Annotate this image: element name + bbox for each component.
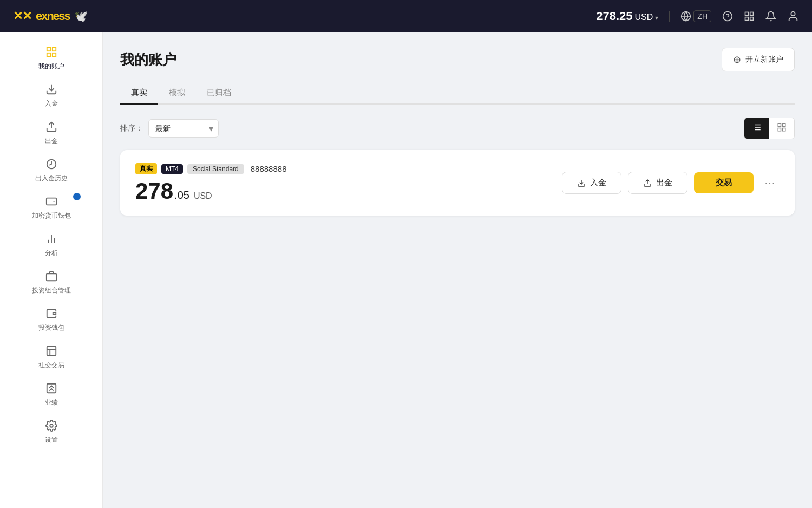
withdraw-icon (44, 119, 59, 134)
sidebar-label-history: 出入金历史 (35, 174, 68, 183)
svg-rect-15 (46, 198, 56, 205)
sort-section: 排序： 最新 最旧 余额从高到低 余额从低到高 ▾ (120, 119, 219, 138)
badge-real: 真实 (135, 163, 157, 174)
sidebar-item-withdraw[interactable]: 出金 (0, 114, 102, 151)
plus-circle-icon: ⊕ (733, 54, 741, 66)
user-icon-btn[interactable] (787, 10, 799, 22)
analysis-icon (44, 231, 59, 246)
withdraw-button[interactable]: 出金 (628, 172, 687, 194)
top-navbar: ✕✕ exness 🕊️ 278.25 USD ▾ ZH (0, 0, 812, 32)
svg-rect-33 (783, 128, 785, 131)
sidebar: 我的账户 入金 出金 出入金历史 · 加密货币钱包 分析 (0, 32, 103, 508)
svg-rect-9 (52, 48, 55, 51)
deposit-icon (44, 82, 59, 97)
bell-icon-btn[interactable] (765, 11, 776, 22)
more-icon: ⋯ (764, 177, 775, 189)
crypto-badge: · (73, 193, 81, 200)
deposit-button[interactable]: 入金 (562, 172, 621, 194)
divider (669, 11, 670, 22)
svg-rect-8 (47, 48, 50, 51)
svg-rect-32 (778, 128, 781, 131)
sidebar-label-deposit: 入金 (45, 99, 58, 108)
new-account-button[interactable]: ⊕ 开立新账户 (722, 48, 795, 71)
sidebar-item-invest-wallet[interactable]: 投资钱包 (0, 301, 102, 338)
sidebar-item-portfolio[interactable]: 投资组合管理 (0, 263, 102, 301)
main-content: 我的账户 ⊕ 开立新账户 真实 模拟 已归档 排序： 最新 最旧 余额从高到低 … (103, 32, 812, 508)
sidebar-label-settings: 设置 (45, 435, 58, 445)
svg-rect-19 (46, 273, 56, 281)
history-icon (44, 157, 59, 172)
view-toggle (744, 118, 795, 139)
grid-view-button[interactable] (769, 118, 794, 139)
sidebar-label-withdraw: 出金 (45, 136, 58, 146)
invest-wallet-icon (44, 306, 59, 321)
sidebar-label-portfolio: 投资组合管理 (32, 286, 71, 295)
help-icon-btn[interactable] (722, 11, 733, 22)
account-card: 真实 MT4 Social Standard 88888888 278 .05 … (120, 150, 795, 216)
trade-label: 交易 (716, 178, 732, 187)
logo-text: exness (36, 9, 70, 23)
globe-icon-btn[interactable]: ZH (680, 10, 711, 22)
svg-rect-20 (53, 312, 56, 315)
currency-chevron-icon[interactable]: ▾ (655, 14, 658, 22)
account-tabs: 真实 模拟 已归档 (120, 82, 795, 105)
sidebar-label-social-trading: 社交交易 (38, 361, 64, 370)
grid-icon-btn[interactable] (744, 11, 755, 22)
settings-icon (44, 418, 59, 433)
portfolio-icon (44, 269, 59, 284)
balance-currency: USD (635, 12, 653, 22)
list-view-button[interactable] (744, 118, 769, 139)
performance-icon (44, 381, 59, 396)
badge-mt4: MT4 (161, 164, 183, 174)
card-actions: 入金 出金 交易 ⋯ (562, 172, 780, 194)
logo: ✕✕ exness 🕊️ (13, 9, 88, 23)
balance-main: 278 (135, 180, 173, 203)
tab-archived[interactable]: 已归档 (196, 82, 242, 105)
sidebar-item-social-trading[interactable]: 社交交易 (0, 338, 102, 375)
sort-label: 排序： (120, 123, 143, 133)
crypto-wallet-icon (44, 194, 59, 209)
logo-icon: ✕✕ (13, 9, 31, 23)
more-options-button[interactable]: ⋯ (760, 174, 780, 192)
svg-rect-4 (750, 12, 754, 16)
svg-rect-31 (783, 123, 785, 126)
svg-rect-21 (47, 347, 56, 356)
sort-select[interactable]: 最新 最旧 余额从高到低 余额从低到高 (148, 119, 219, 138)
page-header: 我的账户 ⊕ 开立新账户 (120, 48, 795, 71)
account-balance: 278 .05 USD (135, 180, 286, 203)
withdraw-label: 出金 (656, 178, 672, 188)
sidebar-item-history[interactable]: 出入金历史 (0, 151, 102, 188)
toolbar: 排序： 最新 最旧 余额从高到低 余额从低到高 ▾ (120, 118, 795, 139)
logo-bird-icon: 🕊️ (74, 10, 88, 23)
sidebar-item-my-accounts[interactable]: 我的账户 (0, 39, 102, 76)
topnav-right: 278.25 USD ▾ ZH (596, 9, 799, 23)
badge-social-standard: Social Standard (187, 164, 244, 174)
sidebar-item-analysis[interactable]: 分析 (0, 226, 102, 263)
svg-point-7 (791, 12, 795, 16)
my-accounts-icon (44, 44, 59, 60)
svg-rect-11 (52, 53, 55, 56)
sidebar-label-performance: 业绩 (45, 398, 58, 407)
balance-decimal: .05 (174, 189, 189, 201)
tab-real[interactable]: 真实 (120, 82, 158, 105)
card-badges: 真实 MT4 Social Standard 88888888 (135, 163, 286, 174)
lang-label[interactable]: ZH (693, 10, 711, 22)
account-number: 88888888 (251, 164, 287, 173)
tab-demo[interactable]: 模拟 (158, 82, 196, 105)
sidebar-item-settings[interactable]: 设置 (0, 413, 102, 450)
svg-rect-3 (745, 12, 749, 16)
sidebar-item-crypto-wallet[interactable]: · 加密货币钱包 (0, 188, 102, 226)
svg-rect-30 (778, 123, 781, 126)
svg-rect-5 (745, 17, 749, 21)
sidebar-item-deposit[interactable]: 入金 (0, 76, 102, 114)
card-left: 真实 MT4 Social Standard 88888888 278 .05 … (135, 163, 286, 203)
page-title: 我的账户 (120, 50, 176, 69)
balance-amount: 278.25 (596, 9, 632, 23)
sidebar-label-my-accounts: 我的账户 (38, 62, 64, 71)
trade-button[interactable]: 交易 (694, 172, 754, 193)
new-account-label: 开立新账户 (745, 55, 783, 64)
balance-display[interactable]: 278.25 USD ▾ (596, 9, 658, 23)
sidebar-label-analysis: 分析 (45, 249, 58, 258)
sidebar-item-performance[interactable]: 业绩 (0, 375, 102, 413)
deposit-label: 入金 (590, 178, 606, 188)
